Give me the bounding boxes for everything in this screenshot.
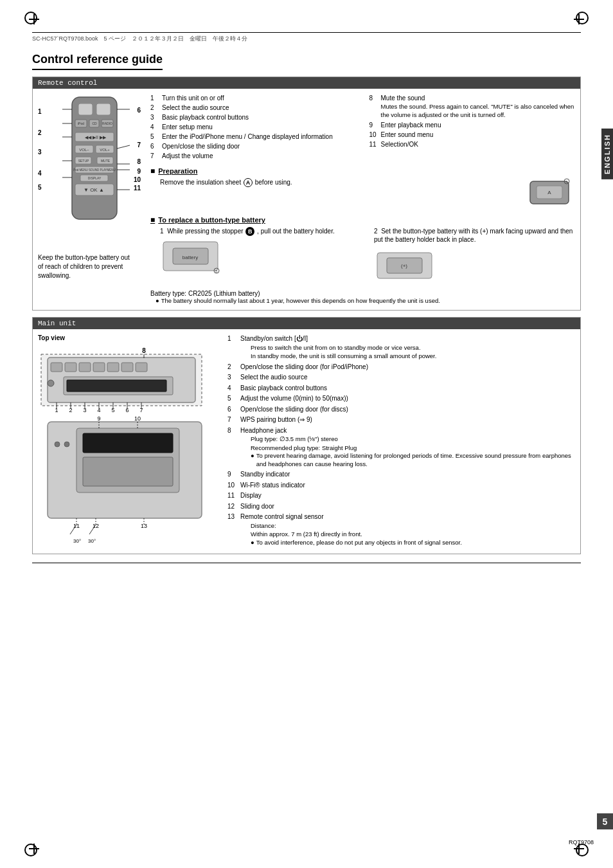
callout-5: 5 — [38, 184, 42, 191]
battery-type: Battery type: CR2025 (Lithium battery) — [150, 290, 575, 297]
svg-text:battery: battery — [182, 255, 198, 260]
remote-desc-cols: 1 Turn this unit on or off 2 Select the … — [150, 94, 575, 161]
battery-note: ● The battery should normally last about… — [155, 297, 575, 305]
desc-col-left: 1 Turn this unit on or off 2 Select the … — [150, 94, 357, 161]
callout-11: 11 — [134, 185, 141, 192]
unit-desc-8: 8 Headphone jack Plug type: ∅3.5 mm (¹⁄₈… — [227, 426, 575, 468]
svg-rect-1 — [78, 104, 93, 115]
svg-rect-53 — [93, 363, 105, 372]
battery-step1-img: battery B — [160, 239, 224, 277]
prep-content: Remove the insulation sheet A before usi… — [160, 178, 575, 212]
desc-item-10: 10 Enter sound menu — [369, 131, 576, 139]
battery-header: To replace a button-type battery — [150, 215, 575, 224]
svg-text:Pod MENU  SOUND  PLAYMENU: Pod MENU SOUND PLAYMENU — [73, 168, 116, 172]
top-view-label: Top view — [38, 334, 218, 341]
battery-step2-title: 2 Set the button-type battery with its (… — [374, 227, 575, 244]
desc-item-8: 8 Mute the sound Mutes the sound. Press … — [369, 94, 576, 120]
remote-svg: iPod CD RADIO ◀◀ ▶II ▶▶ VOL− VOL+ — [56, 94, 133, 242]
callout-7: 7 — [137, 141, 141, 149]
svg-text:RADIO: RADIO — [102, 122, 112, 125]
desc-item-2: 2 Select the audio source — [150, 104, 357, 112]
battery-step-1: 1 While pressing the stopper B , pull ou… — [160, 227, 361, 286]
main-unit-header: Main unit — [33, 318, 580, 329]
svg-rect-79 — [83, 457, 173, 486]
svg-point-81 — [64, 442, 69, 447]
unit-desc-10: 10 Wi-Fi® status indicator — [227, 481, 575, 490]
filled-circle-b: B — [245, 227, 254, 236]
unit-descriptions: 1 Standby/on switch [⏻/I] Press to switc… — [227, 334, 575, 548]
desc-item-3: 3 Basic playback control buttons — [150, 113, 357, 122]
svg-rect-2 — [96, 104, 111, 115]
svg-rect-54 — [107, 363, 119, 372]
svg-rect-50 — [51, 363, 62, 372]
unit-desc-1: 1 Standby/on switch [⏻/I] Press to switc… — [227, 334, 575, 361]
callout-3: 3 — [38, 149, 42, 156]
desc-item-9: 9 Enter playback menu — [369, 121, 576, 129]
svg-text:A: A — [547, 190, 551, 195]
unit-desc-11: 11 Display — [227, 491, 575, 500]
svg-text:10: 10 — [134, 415, 141, 422]
battery-step-2: 2 Set the button-type battery with its (… — [374, 227, 575, 286]
preparation-section: Preparation Remove the insulation sheet … — [150, 167, 575, 212]
unit-desc-9: 9 Standby indicator — [227, 470, 575, 479]
svg-text:30°: 30° — [88, 538, 96, 544]
main-unit-section: Main unit Top view — [32, 317, 581, 554]
callout-4: 4 — [38, 170, 42, 177]
header-text: SC-HC57`RQT9708.book 5 ページ ２０１２年３月２日 金曜日… — [32, 35, 247, 43]
battery-steps: 1 While pressing the stopper B , pull ou… — [160, 227, 575, 286]
circle-label-a: A — [244, 178, 253, 187]
unit-desc-13: 13 Remote control signal sensor Distance… — [227, 512, 575, 547]
svg-text:CD: CD — [92, 122, 97, 125]
battery-step2-img: (+) — [374, 246, 438, 285]
svg-text:VOL+: VOL+ — [100, 148, 110, 152]
desc-item-4: 4 Enter setup menu — [150, 123, 357, 131]
svg-rect-51 — [65, 363, 76, 372]
unit-desc-3: 3 Select the audio source — [227, 373, 575, 382]
svg-point-80 — [55, 442, 60, 447]
desc-col-right: 8 Mute the sound Mutes the sound. Press … — [369, 94, 576, 161]
unit-desc-7: 7 WPS pairing button (⇒ 9) — [227, 415, 575, 424]
unit-image-area: Top view — [38, 334, 218, 548]
svg-text:▼  OK  ▲: ▼ OK ▲ — [84, 187, 104, 193]
keep-note: Keep the button-type battery out of reac… — [38, 253, 134, 280]
svg-rect-52 — [79, 363, 91, 372]
unit-desc-12: 12 Sliding door — [227, 502, 575, 511]
page-title: Control reference guide — [32, 53, 163, 70]
desc-item-7: 7 Adjust the volume — [150, 152, 357, 160]
callout-8: 8 — [137, 158, 141, 165]
remote-image-area: 1 2 3 4 5 — [38, 94, 141, 305]
bottom-bar — [32, 561, 581, 563]
prep-header: Preparation — [150, 167, 575, 176]
svg-text:◀◀  ▶II  ▶▶: ◀◀ ▶II ▶▶ — [85, 135, 107, 140]
callout-1: 1 — [38, 108, 42, 115]
svg-text:DISPLAY: DISPLAY — [88, 176, 102, 180]
unit-desc-5: 5 Adjust the volume (0(min) to 50(max)) — [227, 394, 575, 403]
main-unit-svg: 8 1 2 3 4 5 6 7 — [38, 345, 218, 544]
svg-rect-56 — [136, 363, 147, 372]
callout-2: 2 — [38, 129, 42, 136]
remote-control-header: Remote control — [33, 77, 580, 89]
remote-control-section: Remote control 1 2 3 4 5 — [32, 77, 581, 311]
desc-item-6: 6 Open/close the sliding door — [150, 142, 357, 150]
callout-10: 10 — [134, 176, 141, 183]
unit-desc-6: 6 Open/close the sliding door (for discs… — [227, 405, 575, 414]
svg-rect-59 — [67, 380, 166, 392]
svg-point-57 — [48, 380, 54, 386]
svg-text:MUTE: MUTE — [101, 159, 111, 163]
battery-step1-title: 1 While pressing the stopper B , pull ou… — [160, 227, 361, 236]
main-unit-content: Top view — [33, 329, 580, 554]
svg-text:VOL−: VOL− — [79, 148, 89, 152]
remote-descriptions: 1 Turn this unit on or off 2 Select the … — [150, 94, 575, 305]
unit-svg-container: 8 1 2 3 4 5 6 7 — [38, 345, 218, 545]
callout-6: 6 — [137, 107, 141, 114]
desc-item-1: 1 Turn this unit on or off — [150, 94, 357, 102]
svg-text:30°: 30° — [73, 538, 81, 544]
svg-text:iPod: iPod — [78, 122, 84, 125]
svg-text:(+): (+) — [401, 263, 407, 269]
battery-section: To replace a button-type battery 1 While… — [150, 215, 575, 305]
svg-text:9: 9 — [97, 415, 100, 422]
remote-battery-image: A A — [527, 178, 575, 212]
svg-rect-78 — [83, 433, 173, 453]
unit-desc-4: 4 Basic playback control buttons — [227, 384, 575, 393]
svg-rect-55 — [121, 363, 133, 372]
